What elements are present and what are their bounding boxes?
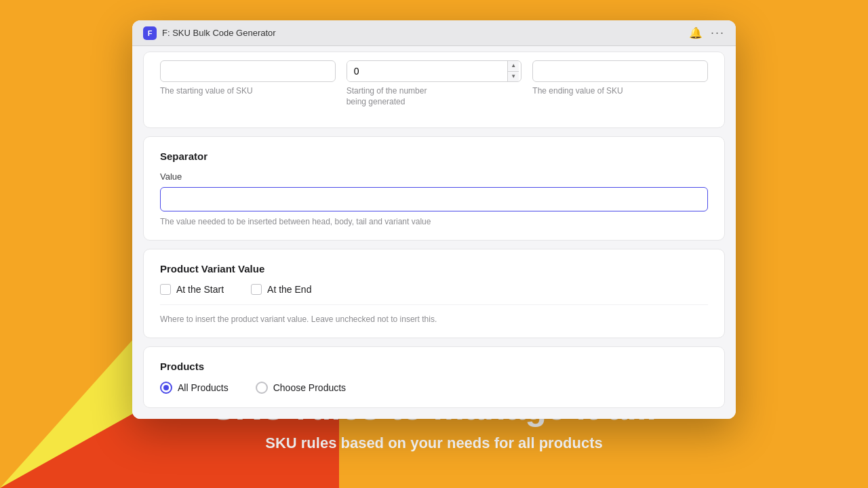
separator-value-label: Value — [160, 171, 708, 182]
app-window: F F: SKU Bulk Code Generator 🔔 ··· The s… — [132, 20, 736, 419]
subheadline: SKU rules based on your needs for all pr… — [265, 434, 603, 452]
choose-products-radio[interactable] — [256, 382, 268, 394]
radio-choose-products-item[interactable]: Choose Products — [256, 382, 346, 394]
sku-number-label: Starting of the number being generated — [347, 86, 522, 107]
radio-row: All Products Choose Products — [160, 382, 708, 394]
product-variant-card: Product Variant Value At the Start At th… — [143, 249, 725, 338]
product-variant-helper-text: Where to insert the product variant valu… — [160, 314, 708, 324]
at-end-label: At the End — [267, 284, 311, 295]
checkbox-at-start-item[interactable]: At the Start — [160, 284, 224, 295]
sku-start-label: The starting value of SKU — [160, 86, 336, 97]
sku-fields-row: The starting value of SKU ▲ ▼ Starting o… — [160, 60, 708, 107]
titlebar-title: F: SKU Bulk Code Generator — [162, 28, 684, 38]
product-variant-title: Product Variant Value — [160, 263, 708, 274]
app-icon: F — [143, 26, 157, 40]
sku-end-input[interactable] — [532, 60, 708, 82]
spinner-up-button[interactable]: ▲ — [508, 61, 519, 72]
sku-number-field: ▲ ▼ Starting of the number being generat… — [347, 60, 522, 107]
at-start-checkbox[interactable] — [160, 284, 171, 295]
choose-products-label: Choose Products — [273, 382, 346, 393]
sku-number-input-wrapper: ▲ ▼ — [347, 60, 522, 82]
sku-start-field: The starting value of SKU — [160, 60, 336, 107]
spinner-down-button[interactable]: ▼ — [508, 72, 519, 82]
content-area: The starting value of SKU ▲ ▼ Starting o… — [132, 46, 736, 419]
products-title: Products — [160, 361, 708, 372]
checkbox-at-end-item[interactable]: At the End — [251, 284, 311, 295]
sku-end-label: The ending value of SKU — [532, 86, 708, 97]
variant-helper-row: Where to insert the product variant valu… — [160, 304, 708, 324]
checkbox-row: At the Start At the End — [160, 284, 708, 295]
at-start-label: At the Start — [176, 284, 224, 295]
at-end-checkbox[interactable] — [251, 284, 262, 295]
titlebar-actions: 🔔 ··· — [689, 26, 725, 40]
more-options-icon[interactable]: ··· — [711, 26, 725, 40]
sku-end-field: The ending value of SKU — [532, 60, 708, 107]
products-card: Products All Products Choose Products — [143, 346, 725, 408]
sku-range-card: The starting value of SKU ▲ ▼ Starting o… — [143, 52, 725, 128]
separator-input[interactable] — [160, 187, 708, 211]
separator-title: Separator — [160, 150, 708, 162]
all-products-radio[interactable] — [160, 382, 172, 394]
separator-helper-text: The value needed to be inserted between … — [160, 217, 708, 226]
all-products-label: All Products — [178, 382, 229, 393]
radio-all-products-item[interactable]: All Products — [160, 382, 229, 394]
number-spinners: ▲ ▼ — [507, 61, 519, 81]
bell-icon[interactable]: 🔔 — [689, 26, 703, 39]
separator-card: Separator Value The value needed to be i… — [143, 136, 725, 241]
sku-number-input[interactable] — [347, 61, 508, 81]
titlebar: F F: SKU Bulk Code Generator 🔔 ··· — [132, 20, 736, 46]
sku-start-input[interactable] — [160, 60, 336, 82]
